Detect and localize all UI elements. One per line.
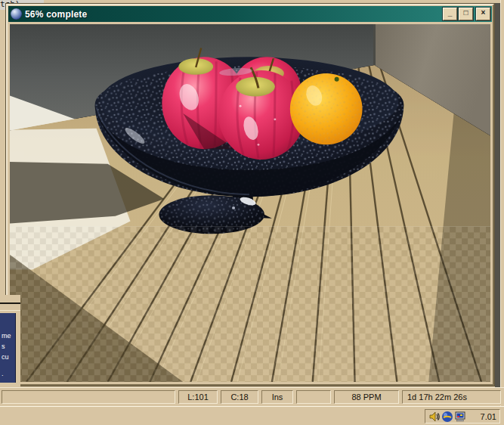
desktop: tch) 56% complete _ □ × <box>0 0 504 425</box>
status-panel-elapsed-time: 1d 17h 22m 26s <box>402 390 501 404</box>
povray-tray-icon[interactable] <box>441 411 453 423</box>
message-line: . <box>2 371 4 377</box>
volume-icon[interactable] <box>428 411 441 423</box>
status-panel-insert-mode: Ins <box>261 390 293 404</box>
taskbar[interactable]: 7.01 <box>0 406 504 425</box>
orange-stem <box>335 77 339 82</box>
window-gap <box>495 3 500 387</box>
messages-window-highlight <box>0 310 20 311</box>
message-line: cu <box>2 354 9 361</box>
messages-window-edge <box>0 302 20 304</box>
status-bar: L:101 C:18 Ins 88 PPM 1d 17h 22m 26s <box>0 387 504 405</box>
minimize-button[interactable]: _ <box>443 8 457 20</box>
status-panel-column: C:18 <box>221 390 258 404</box>
messages-window-text-area: me s cu . <box>0 313 16 383</box>
messages-window-fragment[interactable]: me s cu . <box>0 295 20 386</box>
status-panel-empty <box>296 390 331 404</box>
status-panel-general <box>2 390 175 404</box>
render-progress-title: 56% complete <box>25 9 441 20</box>
raytraced-scene <box>10 24 490 382</box>
render-window[interactable]: 56% complete _ □ × <box>6 4 494 386</box>
display-icon[interactable] <box>454 411 466 423</box>
mosaic-preview-region <box>10 226 490 382</box>
close-button[interactable]: × <box>476 8 490 20</box>
system-tray[interactable]: 7.01 <box>425 409 500 423</box>
orange <box>290 73 363 144</box>
status-panel-line: L:101 <box>178 390 218 404</box>
message-line: me <box>2 333 11 340</box>
taskbar-clock[interactable]: 7.01 <box>467 412 496 421</box>
app-frame-right <box>500 0 504 406</box>
render-window-icon <box>11 8 22 20</box>
maximize-button[interactable]: □ <box>459 8 473 20</box>
render-canvas <box>10 24 490 382</box>
render-window-titlebar[interactable]: 56% complete _ □ × <box>8 6 492 22</box>
message-line: s <box>2 343 5 350</box>
status-panel-render-speed: 88 PPM <box>334 390 399 404</box>
